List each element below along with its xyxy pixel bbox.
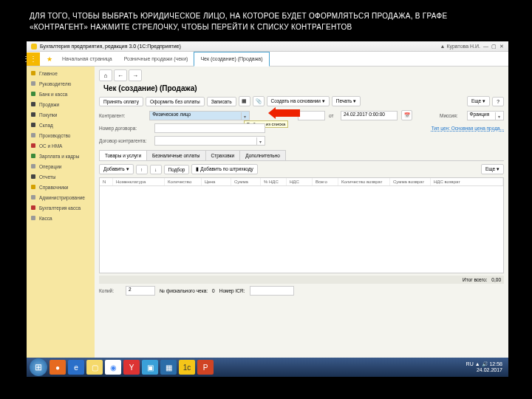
copies-row: Копий: 2 № фискального чека: 0 Номер ICR… [99, 286, 504, 296]
document-title: Чек (создание) (Продажа) [103, 84, 504, 92]
label-contract: Договор контрагента: [99, 138, 151, 143]
chevron-down-icon[interactable]: ▾ [241, 112, 248, 120]
system-tray[interactable]: RU ▲ 🔊 12:58 24.02.2017 [466, 361, 505, 372]
date-field[interactable]: 24.02.2017 0:00:00 [341, 111, 398, 120]
detail-tabs: Товары и услуги Безналичные оплаты Страх… [99, 150, 504, 161]
no-payment-button[interactable]: Оформить без оплаты [146, 97, 205, 106]
row-contragent: Контрагент: Физическое лицо ▾ от 24.02.2… [99, 110, 504, 120]
table-more-button[interactable]: Еще ▾ [481, 164, 504, 174]
tab-additional[interactable]: Дополнительно [239, 150, 286, 160]
top-tab-bar: ⋮⋮⋮ ★ Начальная страница Розничные прода… [27, 52, 508, 66]
print-button[interactable]: Печать ▾ [332, 96, 361, 106]
sidebar-item-salary[interactable]: Зарплата и кадры [27, 151, 95, 161]
contract-num-field[interactable] [154, 123, 265, 133]
action-toolbar: Принять оплату Оформить без оплаты Запис… [99, 96, 504, 106]
maximize-icon[interactable]: ▢ [491, 44, 497, 50]
contragent-field[interactable]: Физическое лицо ▾ [149, 111, 250, 120]
total-value: 0,00 [491, 277, 501, 282]
taskbar-ie-icon[interactable]: e [68, 360, 84, 375]
taskbar-yandex-icon[interactable]: Y [123, 360, 140, 375]
label-contragent: Контрагент: [99, 113, 146, 118]
table-toolbar: Добавить ▾ ↑ ↓ Подбор ▮ Добавить по штри… [99, 164, 504, 174]
tab-home[interactable]: Начальная страница [56, 52, 118, 66]
close-icon[interactable]: ✕ [499, 44, 504, 50]
app-icon [31, 44, 37, 50]
number-field[interactable] [298, 111, 325, 120]
barcode-button[interactable]: ▮ Добавить по штрихкоду [191, 164, 257, 174]
sidebar-item-manager[interactable]: Руководителю [27, 78, 95, 89]
total-label: Итог всего: [463, 277, 487, 282]
label-contract-num: Номер договора: [99, 126, 151, 131]
taskbar-chrome-icon[interactable]: ◉ [105, 360, 121, 375]
chevron-down-icon[interactable]: ▾ [495, 112, 502, 120]
pick-button[interactable]: Подбор [164, 165, 190, 174]
items-table[interactable]: N Номенклатура Количество Цена Сумма % Н… [99, 177, 504, 273]
save-button[interactable]: Записать [207, 97, 236, 106]
slide-caption: ДЛЯ ТОГО, ЧТОБЫ ВЫБРАТЬ ЮРИДИЧЕСКОЕ ЛИЦО… [0, 0, 532, 38]
fiscal-value: 0 [212, 288, 215, 293]
window-titlebar: Бухгалтерия предприятия, редакция 3.0 (1… [27, 41, 508, 52]
label-mission: Миссия: [440, 113, 463, 118]
table-header: N Номенклатура Количество Цена Сумма % Н… [100, 178, 503, 186]
home-icon[interactable]: ⌂ [99, 69, 112, 81]
taskbar-ppt-icon[interactable]: P [197, 360, 214, 375]
calendar-icon[interactable]: 📅 [401, 110, 412, 120]
taskbar-explorer-icon[interactable]: ▢ [86, 360, 103, 375]
taskbar-app2-icon[interactable]: ▦ [160, 360, 177, 375]
label-fiscal: № фискального чека: [160, 288, 208, 293]
forward-icon[interactable]: → [129, 69, 142, 81]
window-title-text: Бухгалтерия предприятия, редакция 3.0 (1… [40, 44, 181, 49]
sidebar-item-bank[interactable]: Банк и касса [27, 89, 95, 99]
clip-icon[interactable]: 📎 [253, 96, 265, 106]
sidebar-item-sales[interactable]: Продажи [27, 99, 95, 109]
tab-retail[interactable]: Розничные продажи (чеки) [118, 52, 194, 66]
mission-field[interactable]: Франция ▾ [467, 111, 504, 120]
totals-row: Итог всего: 0,00 [99, 276, 504, 284]
sidebar-item-operations[interactable]: Операции [27, 161, 95, 171]
main-content: ⌂ ← → Чек (создание) (Продажа) Принять о… [95, 66, 508, 358]
copies-field[interactable]: 2 [126, 286, 155, 296]
row-up-icon[interactable]: ↑ [136, 165, 148, 174]
sidebar-item-accounting[interactable]: Бухгалтерия касса [27, 202, 95, 213]
accept-payment-button[interactable]: Принять оплату [99, 97, 143, 106]
minimize-icon[interactable]: — [483, 44, 488, 49]
tab-insurance[interactable]: Страховки [205, 150, 241, 160]
app-window: Бухгалтерия предприятия, редакция 3.0 (1… [27, 41, 508, 358]
sidebar-item-cash[interactable]: Касса [27, 213, 95, 223]
label-copies: Копий: [99, 288, 121, 293]
tab-receipt[interactable]: Чек (создание) (Продажа) [194, 52, 269, 66]
sidebar-item-assets[interactable]: ОС и НМА [27, 140, 95, 151]
taskbar-firefox-icon[interactable]: ● [50, 360, 66, 375]
sidebar-item-refs[interactable]: Справочники [27, 182, 95, 192]
contract-field[interactable]: ▾ [154, 136, 265, 146]
sidebar-item-production[interactable]: Производство [27, 130, 95, 140]
sidebar-item-admin[interactable]: Администрирование [27, 192, 95, 202]
tab-noncash[interactable]: Безналичные оплаты [146, 150, 205, 160]
price-type-link[interactable]: Тип цен: Основная цена прода... [432, 126, 504, 131]
callout-arrow [275, 109, 300, 117]
create-based-button[interactable]: Создать на основании ▾ [267, 96, 330, 106]
sidebar-item-warehouse[interactable]: Склад [27, 120, 95, 130]
back-icon[interactable]: ← [114, 69, 127, 81]
sidebar-item-purchases[interactable]: Покупки [27, 109, 95, 120]
taskbar-app1-icon[interactable]: ▣ [142, 360, 158, 375]
icr-field[interactable] [250, 286, 294, 296]
favorite-icon[interactable]: ★ [47, 55, 52, 63]
more-button[interactable]: Еще ▾ [467, 96, 490, 106]
add-button[interactable]: Добавить ▾ [99, 164, 134, 174]
apps-grid-icon[interactable]: ⋮⋮⋮ [27, 52, 40, 66]
sidebar-nav: Главное Руководителю Банк и касса Продаж… [27, 66, 95, 358]
row-down-icon[interactable]: ↓ [150, 165, 162, 174]
tab-goods[interactable]: Товары и услуги [99, 150, 147, 160]
sidebar-item-main[interactable]: Главное [27, 68, 95, 78]
help-icon[interactable]: ? [492, 97, 504, 106]
windows-taskbar: ⊞ ● e ▢ ◉ Y ▣ ▦ 1c P RU ▲ 🔊 12:58 24.02.… [27, 358, 508, 377]
post-icon[interactable]: ▦ [239, 96, 250, 106]
user-badge[interactable]: ▲ Куратова Н.И. [440, 44, 480, 49]
sidebar-item-reports[interactable]: Отчеты [27, 171, 95, 182]
label-icr: Номер ICR: [219, 288, 245, 293]
taskbar-1c-icon[interactable]: 1c [179, 360, 195, 375]
label-ot: от [329, 113, 337, 118]
chevron-down-icon[interactable]: ▾ [256, 137, 264, 146]
start-button[interactable]: ⊞ [30, 358, 47, 376]
